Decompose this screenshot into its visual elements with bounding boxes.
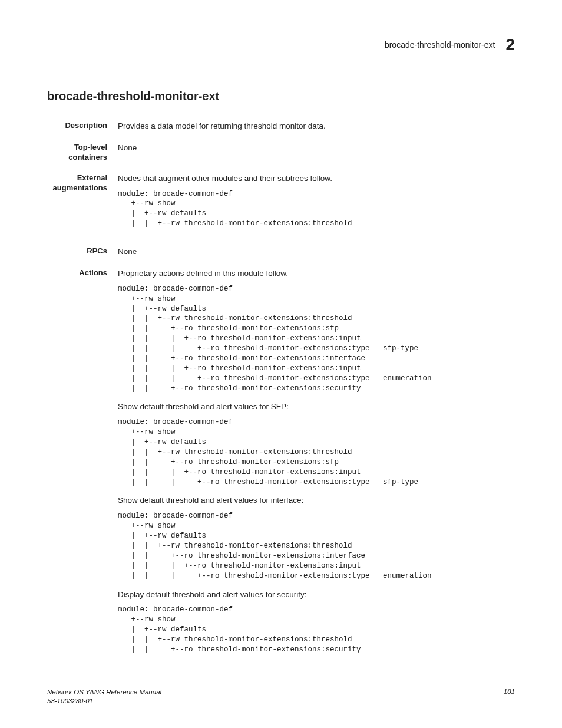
label-rpcs: RPCs [47, 246, 118, 256]
label-external: External augmentations [47, 173, 118, 193]
chapter-number: 2 [505, 35, 515, 54]
external-text: Nodes that augment other modules and the… [118, 173, 515, 185]
field-rpcs: RPCs None [47, 246, 515, 258]
value-rpcs: None [118, 246, 515, 258]
actions-code4: module: brocade-common-def +--rw show | … [118, 605, 515, 654]
actions-para4: Display default threshold and alert valu… [118, 589, 515, 601]
value-top-level: None [118, 143, 515, 154]
page-header: brocade-threshold-monitor-ext 2 [47, 35, 515, 54]
field-actions: Actions Proprietary actions defined in t… [47, 268, 515, 662]
field-external: External augmentations Nodes that augmen… [47, 173, 515, 236]
label-description: Description [47, 121, 118, 131]
field-description: Description Provides a data model for re… [47, 121, 515, 132]
value-actions: Proprietary actions defined in this modu… [118, 268, 515, 662]
page-footer: Network OS YANG Reference Manual 53-1003… [47, 688, 515, 706]
value-description: Provides a data model for returning thre… [118, 121, 515, 132]
actions-code1: module: brocade-common-def +--rw show | … [118, 284, 515, 394]
value-external: Nodes that augment other modules and the… [118, 173, 515, 236]
external-code: module: brocade-common-def +--rw show | … [118, 189, 515, 229]
actions-text: Proprietary actions defined in this modu… [118, 268, 515, 279]
footer-left: Network OS YANG Reference Manual 53-1003… [47, 688, 161, 706]
footer-manual: Network OS YANG Reference Manual [47, 688, 161, 697]
section-title: brocade-threshold-monitor-ext [47, 90, 515, 103]
header-title: brocade-threshold-monitor-ext [385, 40, 495, 50]
actions-code3: module: brocade-common-def +--rw show | … [118, 511, 515, 581]
actions-para2: Show default threshold and alert values … [118, 401, 515, 413]
label-top-level: Top-level containers [47, 143, 118, 163]
footer-docnum: 53-1003230-01 [47, 697, 161, 706]
actions-para3: Show default threshold and alert values … [118, 495, 515, 506]
label-actions: Actions [47, 268, 118, 278]
footer-page: 181 [504, 688, 515, 695]
field-top-level: Top-level containers None [47, 143, 515, 163]
actions-code2: module: brocade-common-def +--rw show | … [118, 417, 515, 487]
